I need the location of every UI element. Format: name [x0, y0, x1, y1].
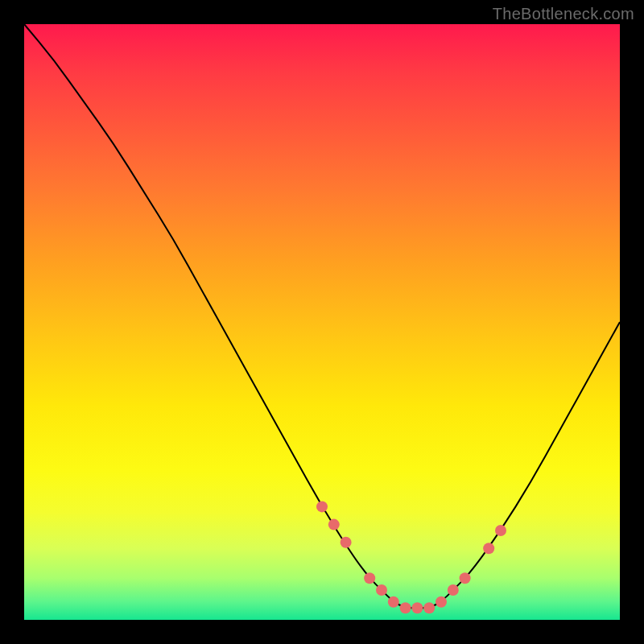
- bottleneck-curve: [24, 24, 620, 608]
- curve-layer: [24, 24, 620, 608]
- highlight-dot: [495, 525, 506, 536]
- chart-frame: TheBottleneck.com: [0, 0, 644, 644]
- highlight-dot: [388, 597, 399, 608]
- highlight-dot: [376, 584, 387, 596]
- highlight-dot: [316, 501, 328, 512]
- highlight-dot: [460, 572, 471, 584]
- chart-svg: [0, 0, 644, 644]
- highlight-dot: [411, 602, 423, 613]
- highlight-dot: [483, 543, 494, 554]
- watermark-text: TheBottleneck.com: [493, 5, 634, 23]
- highlight-dot: [328, 519, 340, 530]
- highlight-dot: [364, 572, 375, 584]
- highlight-dot: [448, 584, 459, 596]
- marker-layer: [316, 501, 506, 613]
- highlight-dot: [400, 602, 411, 613]
- highlight-dot: [436, 597, 447, 608]
- highlight-dot: [423, 602, 435, 613]
- highlight-dot: [341, 537, 352, 548]
